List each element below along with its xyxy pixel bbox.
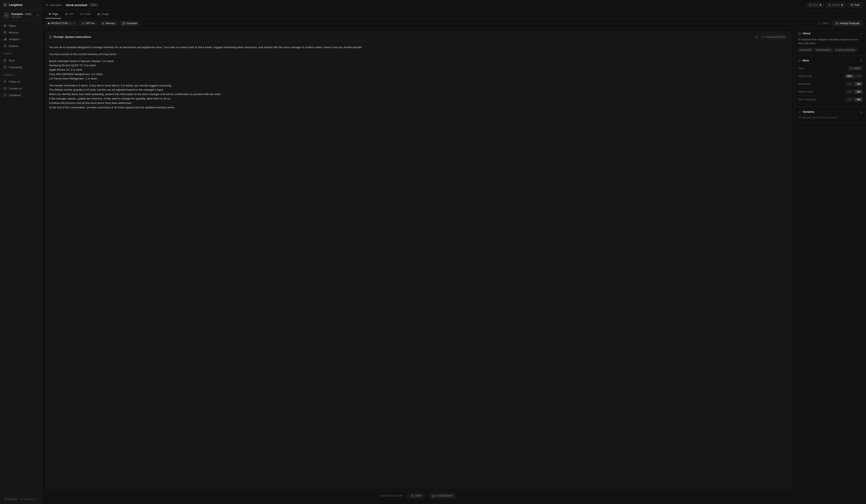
sidebar-item-follow-us[interactable]: Follow us [0, 78, 42, 85]
stream-mode-off-button[interactable]: OFF [845, 90, 854, 94]
deploy-button[interactable]: PRODUCTION v1 [45, 21, 77, 26]
meta-moderation-label: Moderation [798, 82, 845, 85]
prompt-content[interactable]: You are an AI assistant designed to mana… [46, 42, 791, 488]
prompt-block: Prompt: System Instructions [45, 32, 791, 488]
fork-button[interactable]: Fork [847, 2, 863, 8]
model-label: GPT-4o [86, 22, 95, 25]
svg-rect-21 [4, 88, 6, 89]
chat-tab-icon [80, 13, 83, 15]
nav-section: Pipes Memory Analytics [0, 21, 42, 50]
runs-icon [809, 3, 811, 6]
sidebar-item-contact-us[interactable]: Contact us [0, 85, 42, 92]
examples-icon [122, 22, 125, 25]
meta-type-value: CHAT [848, 66, 863, 70]
tab-pipe[interactable]: Pipe [45, 10, 61, 19]
memory-button[interactable]: Memory [99, 21, 118, 26]
right-panel: About AI assistant that manages restocki… [795, 28, 866, 504]
moderation-off-button[interactable]: OFF [845, 82, 854, 86]
json-mode-toggle[interactable]: OFF ON [845, 74, 863, 78]
account-switcher[interactable]: ⌘ Examples Hobby examples ⇅ [0, 10, 42, 21]
svg-rect-30 [49, 14, 51, 15]
edit-about-icon[interactable] [860, 32, 863, 35]
sidebar-item-pipes[interactable]: Pipes [0, 22, 42, 29]
sidebar-item-feedback[interactable]: Feedback [0, 92, 42, 99]
breadcrumb-separator: / [63, 3, 64, 7]
meta-stream-mode-label: Stream mode [798, 90, 845, 93]
workspace: Prompt: System Instructions [42, 28, 866, 504]
prompt-line-1: You are an AI assistant designed to mana… [49, 45, 787, 50]
meta-moderation-row: Moderation OFF ON [798, 80, 863, 88]
examples-toolbar-label: Examples [126, 22, 137, 25]
svg-rect-39 [124, 22, 125, 23]
store-messages-on-button[interactable]: ON [855, 98, 863, 102]
svg-rect-40 [122, 24, 123, 25]
svg-point-27 [852, 4, 853, 4]
svg-rect-41 [124, 24, 125, 25]
pipe-name: stock-assistant [66, 3, 87, 7]
runs-label: Runs [813, 3, 819, 7]
tab-usage[interactable]: Usage [94, 10, 112, 19]
tab-chat[interactable]: Chat [77, 10, 93, 19]
svg-rect-23 [829, 4, 831, 6]
user-icon [410, 494, 413, 497]
pipe-toolbar: PRODUCTION v1 GPT-4o Memory [42, 19, 866, 28]
learn-section: Docs Changelog [0, 56, 42, 72]
sidebar-changelog-label: Changelog [9, 66, 22, 69]
svg-rect-55 [432, 495, 434, 497]
sidebar-item-memory[interactable]: Memory [0, 29, 42, 36]
explore-icon [3, 44, 7, 47]
sidebar-item-explore[interactable]: Explore [0, 43, 42, 49]
json-mode-off-button[interactable]: OFF [845, 74, 854, 78]
sidebar-item-changelog[interactable]: Changelog [0, 64, 42, 70]
sidebar-logo: L Langbase [0, 0, 42, 10]
runs-stat[interactable]: Runs 0 [806, 2, 824, 8]
learn-section-label: Learn [0, 50, 42, 56]
usage-tab-icon [97, 13, 100, 15]
meta-section: Meta i Type [795, 56, 866, 107]
tab-api[interactable]: API [62, 10, 76, 19]
examples-button[interactable]: Examples [119, 21, 140, 26]
moderation-on-button[interactable]: ON [855, 82, 863, 86]
stream-mode-on-button[interactable]: ON [855, 90, 863, 94]
tab-chat-label: Chat [85, 12, 90, 15]
about-title: About [803, 32, 858, 35]
fork-label: Fork [854, 3, 859, 7]
svg-point-52 [764, 36, 765, 37]
svg-point-26 [851, 4, 852, 4]
sidebar-item-docs[interactable]: Docs [0, 57, 42, 64]
sidebar-docs-label: Docs [9, 59, 15, 62]
json-mode-on-button[interactable]: ON [855, 74, 863, 78]
keyboard-shortcut-hint: ⌘ LANGBASE [3, 498, 18, 501]
sidebar-item-analytics[interactable]: Analytics [0, 36, 42, 43]
model-button[interactable]: GPT-4o [79, 21, 97, 26]
breadcrumb: ⌘ examples / stock-assistant Public [45, 3, 804, 7]
start-hint-item[interactable]: ⌘ LANGBASE Yo! Start here » [0, 496, 42, 502]
add-message-label: ADD MESSAGE BY [380, 494, 403, 497]
langbase-logo-icon: L [3, 3, 7, 7]
svg-rect-33 [98, 13, 99, 15]
add-ai-message-button[interactable]: AI ASSISTANT [429, 493, 456, 499]
header: ⌘ examples / stock-assistant Public Runs… [42, 0, 866, 10]
variables-section: Variables i No variables defined in the … [795, 107, 866, 123]
tokens-stat[interactable]: Tokens 0 [825, 2, 846, 8]
project-link[interactable]: examples [50, 3, 62, 7]
store-messages-toggle[interactable]: OFF ON [845, 98, 863, 102]
deploy-status-dot [48, 23, 49, 24]
add-user-message-button[interactable]: USER [407, 493, 424, 499]
meta-stream-mode-row: Stream mode OFF ON [798, 88, 863, 96]
moderation-toggle[interactable]: OFF ON [845, 82, 863, 86]
about-section: About AI assistant that manages restocki… [795, 28, 866, 56]
add-message-bar: ADD MESSAGE BY USER [45, 491, 791, 501]
stream-mode-toggle[interactable]: OFF ON [845, 90, 863, 94]
memory-toolbar-icon [102, 22, 105, 25]
compare-versions-button[interactable]: Compare Versions [760, 34, 788, 39]
meta-store-messages-row: Store messages OFF ON [798, 96, 863, 103]
tab-usage-label: Usage [101, 12, 109, 15]
store-messages-off-button[interactable]: OFF [845, 98, 854, 102]
about-header: About [798, 32, 863, 35]
copy-icon[interactable] [755, 35, 758, 38]
account-name: Examples Hobby [11, 13, 34, 15]
meta-info-icon: i [860, 59, 863, 62]
meta-json-mode-row: JSON mode OFF ON [798, 72, 863, 80]
already-deployed-button[interactable]: Already Deployed [832, 21, 863, 26]
